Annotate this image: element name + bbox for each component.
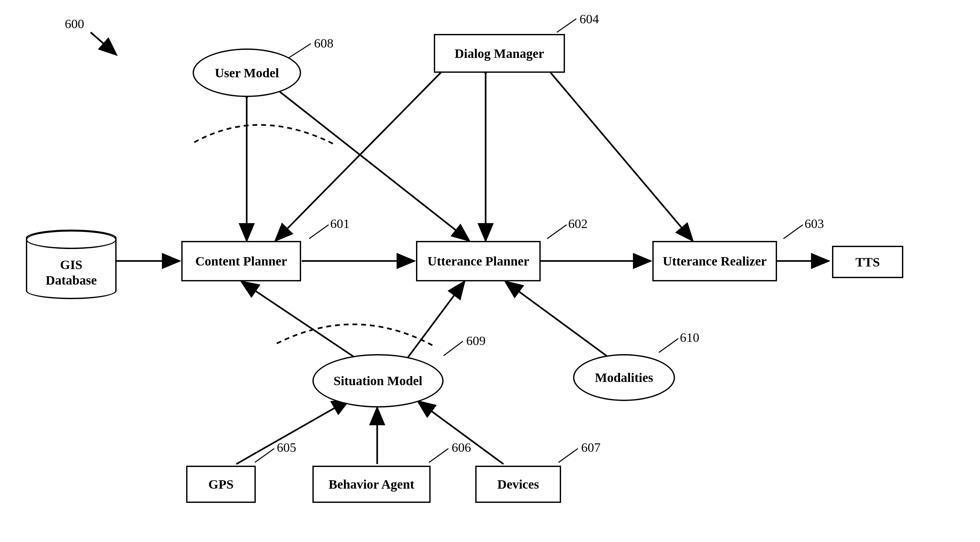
tts-node: TTS [832, 246, 903, 278]
devices-label: Devices [497, 477, 539, 492]
svg-line-22 [444, 341, 463, 356]
svg-line-7 [275, 73, 441, 241]
svg-line-24 [255, 448, 274, 463]
gps-ref: 605 [277, 440, 296, 455]
svg-line-25 [429, 448, 449, 463]
modalities-label: Modalities [595, 370, 653, 385]
devices-ref: 607 [581, 440, 601, 455]
tts-label: TTS [855, 255, 880, 270]
svg-line-18 [547, 225, 566, 239]
svg-line-21 [288, 44, 311, 58]
svg-line-9 [550, 73, 693, 241]
user-model-ref: 608 [314, 36, 334, 51]
devices-node: Devices [475, 466, 561, 503]
figure-ref: 600 [65, 16, 84, 32]
svg-line-17 [309, 225, 329, 239]
dialog-manager-node: Dialog Manager [434, 34, 565, 73]
behavior-agent-node: Behavior Agent [312, 466, 431, 503]
content-planner-label: Content Planner [195, 254, 287, 269]
utterance-planner-node: Utterance Planner [416, 241, 541, 281]
modalities-node: Modalities [573, 354, 675, 401]
user-model-node: User Model [192, 49, 301, 97]
utterance-realizer-ref: 603 [805, 216, 824, 231]
svg-line-6 [277, 90, 469, 241]
gis-database-label: GIS Database [26, 257, 116, 288]
situation-model-label: Situation Model [334, 373, 422, 388]
utterance-planner-label: Utterance Planner [427, 254, 529, 269]
utterance-realizer-node: Utterance Realizer [652, 241, 777, 281]
gps-label: GPS [208, 477, 234, 492]
gis-database-node: GIS Database [26, 230, 116, 299]
gps-node: GPS [186, 466, 256, 503]
svg-line-16 [91, 32, 116, 55]
svg-line-20 [557, 19, 576, 32]
behavior-agent-label: Behavior Agent [329, 477, 414, 492]
behavior-agent-ref: 606 [452, 440, 471, 455]
situation-model-node: Situation Model [312, 354, 444, 407]
utterance-planner-ref: 602 [568, 216, 588, 231]
svg-line-26 [558, 448, 578, 463]
situation-model-ref: 609 [466, 333, 486, 348]
utterance-realizer-label: Utterance Realizer [663, 254, 767, 269]
svg-line-19 [783, 225, 803, 239]
content-planner-ref: 601 [330, 216, 350, 231]
svg-line-12 [505, 281, 609, 357]
svg-line-23 [659, 339, 678, 352]
modalities-ref: 610 [680, 330, 699, 345]
content-planner-node: Content Planner [181, 241, 301, 281]
svg-line-10 [241, 281, 361, 361]
dialog-manager-ref: 604 [579, 11, 599, 27]
dialog-manager-label: Dialog Manager [455, 46, 544, 61]
svg-line-11 [408, 281, 465, 357]
user-model-label: User Model [215, 65, 279, 81]
